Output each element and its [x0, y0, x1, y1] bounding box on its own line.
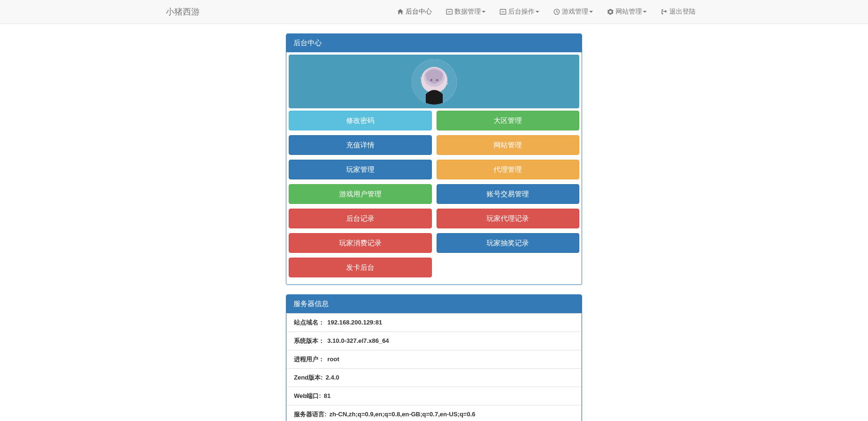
- panel-server-title: 服务器信息: [286, 295, 582, 313]
- server-info-list: 站点域名：192.168.200.129:81系统版本：3.10.0-327.e…: [286, 313, 582, 421]
- server-info-label: 进程用户：: [294, 356, 324, 363]
- action-button-11[interactable]: 玩家抽奖记录: [437, 233, 580, 253]
- action-button-3[interactable]: 网站管理: [437, 135, 580, 155]
- home-icon: [397, 8, 404, 15]
- nav-label: 数据管理: [454, 8, 481, 16]
- server-info-label: 服务器语言:: [294, 411, 326, 418]
- chevron-down-icon: [535, 11, 539, 13]
- action-button-8[interactable]: 后台记录: [289, 209, 432, 228]
- server-info-value: 192.168.200.129:81: [327, 319, 382, 326]
- signout-icon: [661, 8, 667, 15]
- action-button-2[interactable]: 充值详情: [289, 135, 432, 155]
- nav-menu: 后台中心数据管理后台操作游戏管理网站管理退出登陆: [390, 0, 703, 23]
- nav-home-0[interactable]: 后台中心: [390, 0, 439, 23]
- button-grid: 修改密码大区管理充值详情网站管理玩家管理代理管理游戏用户管理账号交易管理后台记录…: [286, 111, 582, 282]
- nav-label: 网站管理: [616, 8, 642, 16]
- action-button-12[interactable]: 发卡后台: [289, 258, 432, 277]
- nav-minus-square-2[interactable]: 后台操作: [493, 0, 546, 23]
- avatar: [412, 59, 457, 105]
- panel-dashboard-title: 后台中心: [286, 34, 582, 52]
- server-info-row: 服务器语言:zh-CN,zh;q=0.9,en;q=0.8,en-GB;q=0.…: [286, 405, 582, 421]
- nav-minus-square-1[interactable]: 数据管理: [439, 0, 493, 23]
- chevron-down-icon: [589, 11, 593, 13]
- server-info-row: 站点域名：192.168.200.129:81: [286, 313, 582, 332]
- nav-signout-5[interactable]: 退出登陆: [654, 0, 703, 23]
- server-info-value: 81: [324, 392, 331, 399]
- action-button-4[interactable]: 玩家管理: [289, 160, 432, 179]
- server-info-value: 3.10.0-327.el7.x86_64: [327, 337, 389, 344]
- action-button-0[interactable]: 修改密码: [289, 111, 432, 130]
- nav-gear-4[interactable]: 网站管理: [600, 0, 654, 23]
- chevron-down-icon: [643, 11, 647, 13]
- panel-server-info: 服务器信息 站点域名：192.168.200.129:81系统版本：3.10.0…: [286, 294, 582, 421]
- action-button-6[interactable]: 游戏用户管理: [289, 184, 432, 204]
- server-info-label: 站点域名：: [294, 319, 324, 326]
- svg-point-10: [420, 78, 422, 79]
- action-button-9[interactable]: 玩家代理记录: [437, 209, 580, 228]
- server-info-row: 进程用户：root: [286, 350, 582, 369]
- action-button-5[interactable]: 代理管理: [437, 160, 580, 179]
- brand[interactable]: 小猪西游: [166, 0, 207, 24]
- panel-dashboard: 后台中心: [286, 33, 582, 285]
- server-info-value: zh-CN,zh;q=0.9,en;q=0.8,en-GB;q=0.7,en-U…: [329, 411, 475, 418]
- server-info-row: Web端口:81: [286, 387, 582, 405]
- svg-point-8: [430, 79, 432, 81]
- gear-icon: [607, 8, 614, 15]
- avatar-banner: [289, 55, 579, 108]
- svg-point-11: [446, 83, 448, 85]
- minus-square-icon: [446, 8, 453, 15]
- server-info-label: Zend版本:: [294, 374, 323, 381]
- navbar: 小猪西游 后台中心数据管理后台操作游戏管理网站管理退出登陆: [0, 0, 868, 24]
- chevron-down-icon: [482, 11, 486, 13]
- action-button-10[interactable]: 玩家消费记录: [289, 233, 432, 253]
- action-button-1[interactable]: 大区管理: [437, 111, 580, 130]
- svg-point-9: [436, 79, 438, 81]
- nav-label: 游戏管理: [562, 8, 588, 16]
- nav-label: 后台中心: [406, 8, 432, 16]
- nav-label: 后台操作: [508, 8, 535, 16]
- server-info-row: 系统版本：3.10.0-327.el7.x86_64: [286, 332, 582, 350]
- server-info-label: 系统版本：: [294, 337, 324, 344]
- server-info-label: Web端口:: [294, 392, 321, 399]
- minus-square-icon: [500, 8, 506, 15]
- server-info-value: 2.4.0: [325, 374, 339, 381]
- server-info-row: Zend版本:2.4.0: [286, 369, 582, 387]
- action-button-7[interactable]: 账号交易管理: [437, 184, 580, 204]
- clock-icon: [553, 8, 560, 15]
- server-info-value: root: [327, 356, 339, 363]
- nav-label: 退出登陆: [669, 8, 696, 16]
- nav-clock-3[interactable]: 游戏管理: [546, 0, 600, 23]
